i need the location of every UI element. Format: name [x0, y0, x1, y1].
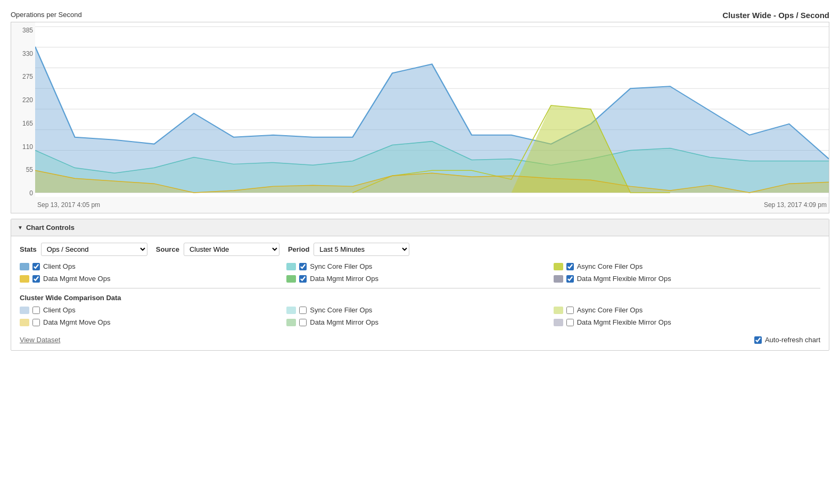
comparison-row-1: Client Ops Sync Core Filer Ops Async Cor…	[20, 306, 820, 314]
comparison-legend: Cluster Wide Comparison Data Client Ops …	[20, 294, 820, 326]
chart-title-left: Operations per Second	[11, 11, 82, 19]
auto-refresh-checkbox[interactable]	[754, 336, 762, 344]
y-label-55: 55	[26, 166, 33, 173]
legend-item-flexible-ops: Data Mgmt Flexible Mirror Ops	[554, 275, 820, 283]
client-ops-checkbox[interactable]	[32, 263, 40, 270]
move-ops-checkbox[interactable]	[32, 275, 40, 283]
controls-body: Stats Ops / Second Throughput Latency So…	[11, 236, 829, 350]
cmp-sync-ops-checkbox[interactable]	[299, 307, 307, 314]
chart-header: Operations per Second Cluster Wide - Ops…	[11, 11, 829, 20]
y-label-220: 220	[22, 96, 33, 104]
stats-select[interactable]: Ops / Second Throughput Latency	[41, 243, 147, 256]
source-label: Source	[156, 245, 179, 253]
cmp-sync-ops-label: Sync Core Filer Ops	[310, 306, 372, 314]
mirror-ops-checkbox[interactable]	[299, 275, 307, 283]
legend-item-async-ops: Async Core Filer Ops	[554, 262, 820, 270]
view-dataset-link[interactable]: View Dataset	[20, 336, 60, 344]
legend-row-2: Data Mgmt Move Ops Data Mgmt Mirror Ops …	[20, 275, 820, 283]
y-label-0: 0	[29, 189, 33, 197]
cmp-client-ops-color	[20, 307, 29, 314]
client-ops-color	[20, 263, 29, 270]
legend-item-sync-ops: Sync Core Filer Ops	[286, 262, 553, 270]
auto-refresh-label: Auto-refresh chart	[765, 336, 820, 344]
controls-footer: View Dataset Auto-refresh chart	[20, 332, 820, 344]
cmp-async-ops: Async Core Filer Ops	[554, 306, 820, 314]
comparison-row-2: Data Mgmt Move Ops Data Mgmt Mirror Ops …	[20, 318, 820, 326]
cmp-mirror-ops-color	[286, 319, 296, 326]
y-label-110: 110	[22, 143, 33, 151]
mirror-ops-color	[286, 275, 296, 283]
cmp-client-ops: Client Ops	[20, 306, 286, 314]
legend-item-move-ops: Data Mgmt Move Ops	[20, 275, 286, 283]
move-ops-color	[20, 275, 29, 283]
y-label-330: 330	[22, 50, 33, 57]
collapse-icon: ▼	[18, 225, 23, 230]
source-select[interactable]: Cluster Wide Node 1 Node 2	[184, 243, 279, 256]
comparison-title: Cluster Wide Comparison Data	[20, 294, 820, 302]
cmp-flexible-ops: Data Mgmt Flexible Mirror Ops	[554, 318, 820, 326]
period-select[interactable]: Last 5 Minutes Last 15 Minutes Last Hour…	[314, 243, 409, 256]
flexible-ops-label: Data Mgmt Flexible Mirror Ops	[577, 275, 671, 283]
cmp-move-ops-label: Data Mgmt Move Ops	[43, 318, 110, 326]
sync-ops-label: Sync Core Filer Ops	[310, 262, 372, 270]
controls-row-selects: Stats Ops / Second Throughput Latency So…	[20, 243, 820, 256]
legend-item-client-ops: Client Ops	[20, 262, 286, 270]
cmp-client-ops-checkbox[interactable]	[32, 307, 40, 314]
mirror-ops-label: Data Mgmt Mirror Ops	[310, 275, 378, 283]
source-group: Source Cluster Wide Node 1 Node 2	[156, 243, 279, 256]
controls-title: Chart Controls	[26, 224, 75, 232]
chart-x-axis: Sep 13, 2017 4:05 pm Sep 13, 2017 4:09 p…	[35, 197, 829, 213]
flexible-ops-color	[554, 275, 563, 283]
cmp-flexible-ops-color	[554, 319, 563, 326]
async-ops-color	[554, 263, 563, 270]
cmp-sync-ops-color	[286, 307, 296, 314]
cmp-async-ops-color	[554, 307, 563, 314]
cmp-mirror-ops: Data Mgmt Mirror Ops	[286, 318, 553, 326]
sync-ops-checkbox[interactable]	[299, 263, 307, 270]
x-label-start: Sep 13, 2017 4:05 pm	[37, 201, 100, 209]
chart-section: Operations per Second Cluster Wide - Ops…	[11, 11, 829, 213]
chart-container: 385 330 275 220 165 110 55 0	[11, 22, 829, 213]
period-label: Period	[288, 245, 309, 253]
sync-ops-color	[286, 263, 296, 270]
y-label-385: 385	[22, 27, 33, 34]
x-label-end: Sep 13, 2017 4:09 pm	[764, 201, 827, 209]
async-ops-checkbox[interactable]	[566, 263, 574, 270]
cmp-flexible-ops-label: Data Mgmt Flexible Mirror Ops	[577, 318, 671, 326]
cmp-mirror-ops-label: Data Mgmt Mirror Ops	[310, 318, 378, 326]
flexible-ops-checkbox[interactable]	[566, 275, 574, 283]
stats-group: Stats Ops / Second Throughput Latency	[20, 243, 147, 256]
section-divider	[20, 288, 820, 288]
y-label-165: 165	[22, 120, 33, 127]
primary-legend: Client Ops Sync Core Filer Ops Async Cor…	[20, 262, 820, 283]
controls-section: ▼ Chart Controls Stats Ops / Second Thro…	[11, 219, 829, 351]
cmp-move-ops: Data Mgmt Move Ops	[20, 318, 286, 326]
legend-row-1: Client Ops Sync Core Filer Ops Async Cor…	[20, 262, 820, 270]
cmp-move-ops-color	[20, 319, 29, 326]
move-ops-label: Data Mgmt Move Ops	[43, 275, 110, 283]
chart-y-axis: 385 330 275 220 165 110 55 0	[11, 22, 35, 197]
period-group: Period Last 5 Minutes Last 15 Minutes La…	[288, 243, 409, 256]
chart-plot-area	[35, 22, 829, 197]
cmp-async-ops-checkbox[interactable]	[566, 307, 574, 314]
stats-label: Stats	[20, 245, 37, 253]
cmp-async-ops-label: Async Core Filer Ops	[577, 306, 643, 314]
cmp-move-ops-checkbox[interactable]	[32, 319, 40, 326]
client-ops-label: Client Ops	[43, 262, 76, 270]
async-ops-label: Async Core Filer Ops	[577, 262, 643, 270]
legend-item-mirror-ops: Data Mgmt Mirror Ops	[286, 275, 553, 283]
cmp-mirror-ops-checkbox[interactable]	[299, 319, 307, 326]
chart-title-right: Cluster Wide - Ops / Second	[722, 11, 829, 20]
y-label-275: 275	[22, 73, 33, 80]
cmp-client-ops-label: Client Ops	[43, 306, 76, 314]
controls-header[interactable]: ▼ Chart Controls	[11, 219, 829, 236]
auto-refresh-group: Auto-refresh chart	[754, 336, 820, 344]
cmp-flexible-ops-checkbox[interactable]	[566, 319, 574, 326]
cmp-sync-ops: Sync Core Filer Ops	[286, 306, 553, 314]
